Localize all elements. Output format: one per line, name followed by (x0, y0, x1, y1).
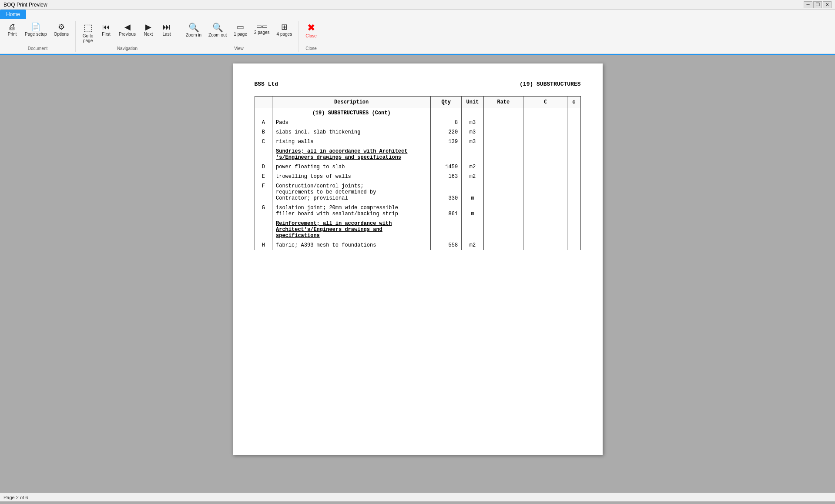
header-unit: Unit (462, 97, 484, 108)
close-preview-button[interactable]: ✖ Close (302, 21, 320, 40)
row-desc-g: isolation joint; 20mm wide compressiblef… (272, 203, 430, 219)
row-desc-b: slabs incl. slab thickening (272, 127, 430, 137)
go-to-page-icon: ⬚ (84, 23, 93, 33)
navigation-buttons: ⬚ Go topage ⏮ First ◀ Previous ▶ Next ⏭ (79, 21, 175, 46)
status-text: Page 2 of 6 (3, 495, 28, 500)
zoom-out-button[interactable]: 🔍 Zoom out (205, 21, 230, 40)
last-icon: ⏭ (163, 23, 171, 31)
row-unit-g: m (462, 203, 484, 219)
row-euro-h (523, 240, 567, 250)
view-buttons: 🔍 Zoom in 🔍 Zoom out ▭ 1 page ▭▭ 2 pages… (183, 21, 295, 46)
one-page-button[interactable]: ▭ 1 page (231, 21, 250, 39)
row-ref-heading (255, 108, 272, 118)
row-unit-e: m2 (462, 172, 484, 181)
row-desc-d: power floating to slab (272, 162, 430, 172)
header-c: c (567, 97, 580, 108)
close-preview-label: Close (305, 33, 317, 38)
options-button[interactable]: ⚙ Options (51, 21, 72, 39)
row-qty-h: 558 (431, 240, 462, 250)
header-qty: Qty (431, 97, 462, 108)
print-button[interactable]: 🖨 Print (3, 21, 21, 39)
row-ref-f: F (255, 181, 272, 203)
page-header: BSS Ltd (19) SUBSTRUCTURES (255, 81, 581, 87)
go-to-page-button[interactable]: ⬚ Go topage (79, 21, 97, 45)
print-icon: 🖨 (8, 23, 16, 31)
close-window-button[interactable]: ✕ (823, 1, 832, 8)
row-ref-e: E (255, 172, 272, 181)
one-page-icon: ▭ (237, 23, 244, 31)
previous-button[interactable]: ◀ Previous (116, 21, 139, 39)
row-rate-a (483, 118, 523, 127)
close-buttons: ✖ Close (302, 21, 320, 46)
row-euro-e (523, 172, 567, 181)
row-unit-d: m2 (462, 162, 484, 172)
page-setup-icon: 📄 (31, 23, 40, 31)
row-qty-g: 861 (431, 203, 462, 219)
two-pages-button[interactable]: ▭▭ 2 pages (251, 21, 273, 37)
table-row: B slabs incl. slab thickening 220 m3 (255, 127, 580, 137)
ribbon-group-document: 🖨 Print 📄 Page setup ⚙ Options Document (0, 21, 76, 52)
table-row: H fabric; A393 mesh to foundations 558 m… (255, 240, 580, 250)
header-description: Description (272, 97, 430, 108)
ribbon-tabs: Home (0, 10, 835, 19)
table-row: Sundries; all in accordance with Archite… (255, 147, 580, 162)
row-rate-h (483, 240, 523, 250)
row-qty-d: 1459 (431, 162, 462, 172)
row-euro-f (523, 181, 567, 203)
row-desc-h: fabric; A393 mesh to foundations (272, 240, 430, 250)
row-rate-c (483, 137, 523, 147)
first-button[interactable]: ⏮ First (97, 21, 115, 39)
row-c-f (567, 181, 580, 203)
row-qty-e: 163 (431, 172, 462, 181)
four-pages-icon: ⊞ (281, 23, 288, 31)
title-bar-text: BOQ Print Preview (3, 2, 47, 8)
row-desc-sundries: Sundries; all in accordance with Archite… (272, 147, 430, 162)
title-bar-controls: ─ ❐ ✕ (804, 1, 832, 8)
row-rate-reinforcement (483, 219, 523, 240)
tab-home[interactable]: Home (0, 10, 26, 19)
ribbon-group-view: 🔍 Zoom in 🔍 Zoom out ▭ 1 page ▭▭ 2 pages… (179, 21, 299, 52)
row-desc-e: trowelling tops of walls (272, 172, 430, 181)
row-euro-g (523, 203, 567, 219)
row-c-c (567, 137, 580, 147)
boq-table: Description Qty Unit Rate € c (19) SUBST… (255, 96, 581, 250)
row-rate-b (483, 127, 523, 137)
row-unit-a: m3 (462, 118, 484, 127)
page-setup-button[interactable]: 📄 Page setup (22, 21, 50, 39)
company-name: BSS Ltd (255, 81, 278, 87)
row-euro-a (523, 118, 567, 127)
row-rate-sundries (483, 147, 523, 162)
last-button[interactable]: ⏭ Last (158, 21, 175, 39)
zoom-out-icon: 🔍 (212, 23, 223, 32)
row-desc-f: Construction/control joints;requirements… (272, 181, 430, 203)
one-page-label: 1 page (234, 32, 247, 37)
row-ref-reinforcement (255, 219, 272, 240)
main-area: BSS Ltd (19) SUBSTRUCTURES Description Q… (0, 55, 835, 493)
row-rate-heading (483, 108, 523, 118)
row-rate-e (483, 172, 523, 181)
row-unit-f: m (462, 181, 484, 203)
row-ref-sundries (255, 147, 272, 162)
table-row: A Pads 8 m3 (255, 118, 580, 127)
zoom-out-label: Zoom out (208, 33, 227, 37)
print-label: Print (8, 32, 17, 37)
row-desc-c: rising walls (272, 137, 430, 147)
previous-label: Previous (119, 32, 136, 37)
restore-button[interactable]: ❐ (813, 1, 822, 8)
next-label: Next (144, 32, 153, 37)
row-rate-g (483, 203, 523, 219)
zoom-in-button[interactable]: 🔍 Zoom in (183, 21, 205, 40)
row-c-b (567, 127, 580, 137)
table-row: F Construction/control joints;requiremen… (255, 181, 580, 203)
close-preview-icon: ✖ (307, 23, 315, 33)
document-group-label: Document (28, 46, 48, 52)
next-button[interactable]: ▶ Next (140, 21, 157, 39)
row-ref-b: B (255, 127, 272, 137)
ribbon-group-navigation: ⬚ Go topage ⏮ First ◀ Previous ▶ Next ⏭ (76, 21, 179, 52)
options-label: Options (54, 32, 69, 37)
minimize-button[interactable]: ─ (804, 1, 812, 8)
four-pages-button[interactable]: ⊞ 4 pages (274, 21, 295, 39)
row-ref-c: C (255, 137, 272, 147)
ribbon: Home 🖨 Print 📄 Page setup ⚙ Options Docu… (0, 10, 835, 55)
table-row: D power floating to slab 1459 m2 (255, 162, 580, 172)
